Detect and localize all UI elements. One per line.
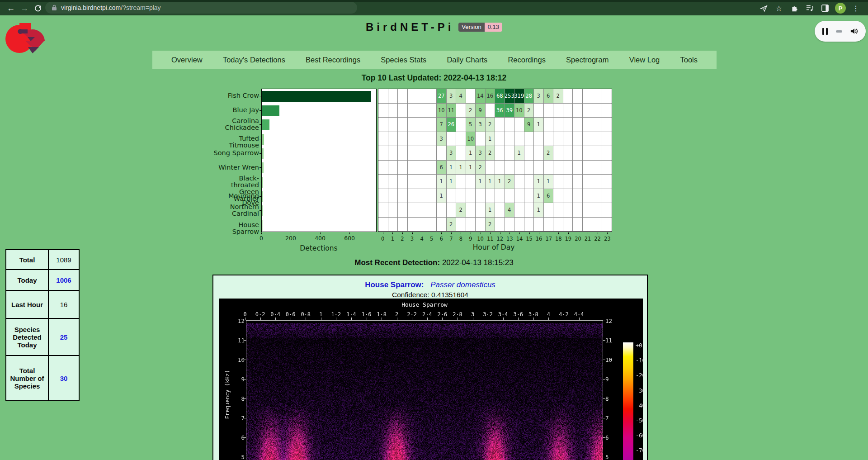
- heatmap-cell: 1: [534, 189, 544, 204]
- pause-button[interactable]: [822, 28, 828, 35]
- volume-icon[interactable]: [850, 28, 858, 35]
- axis-tick: [588, 232, 588, 234]
- heatmap-cell: 6: [437, 161, 447, 175]
- version-value: 0.13: [485, 23, 502, 32]
- extensions-button[interactable]: [787, 2, 802, 14]
- axis-tick: [549, 232, 549, 234]
- detections-bar: [262, 205, 263, 216]
- hour-axis-tick-label: 7: [449, 236, 453, 242]
- heatmap-cell: [427, 203, 437, 218]
- heatmap-cell: [408, 218, 418, 232]
- db-tick-label: -60: [636, 432, 646, 439]
- freq-tick: [603, 457, 605, 457]
- nav-item-spectrogram[interactable]: Spectrogram: [566, 56, 609, 64]
- axis-tick: [432, 232, 432, 234]
- detection-species-link[interactable]: House Sparrow: Passer domesticus: [213, 280, 647, 289]
- time-tick: [533, 318, 534, 320]
- nav-item-daily-charts[interactable]: Daily Charts: [447, 56, 487, 64]
- nav-item-best-recordings[interactable]: Best Recordings: [306, 56, 360, 64]
- most-recent-value: 2022-04-13 18:15:23: [442, 258, 514, 267]
- most-recent-label: Most Recent Detection:: [354, 258, 440, 267]
- heatmap-cell: [573, 89, 583, 104]
- axis-tick: [451, 232, 452, 234]
- heatmap-cell: [388, 161, 398, 175]
- time-tick-label: 0·4: [270, 311, 280, 318]
- heatmap-cell: [544, 203, 554, 218]
- heatmap-cell: [476, 132, 486, 147]
- hour-axis-tick-label: 19: [565, 236, 572, 242]
- heatmap-cell: [398, 218, 408, 232]
- heatmap-cell: [602, 203, 612, 218]
- stats-value[interactable]: 1006: [48, 270, 79, 290]
- heatmap-cell: [427, 132, 437, 147]
- heatmap-cell: [388, 104, 398, 118]
- heatmap-cell: [456, 175, 466, 189]
- heatmap-cell: [378, 132, 388, 147]
- axis-tick: [402, 232, 403, 234]
- heatmap-cell: [514, 132, 524, 147]
- species-label: Song Sparrow: [212, 150, 259, 156]
- forward-button[interactable]: →: [18, 2, 31, 14]
- reload-button[interactable]: [32, 2, 44, 14]
- lock-icon: [52, 5, 57, 11]
- share-button[interactable]: [756, 2, 771, 14]
- profile-button[interactable]: P: [833, 2, 848, 14]
- heatmap-cell: [602, 189, 612, 204]
- species-axis: Fish CrowBlue JayCarolinaChickadeeTufted…: [212, 89, 259, 232]
- heatmap-cell: 3: [476, 118, 486, 132]
- time-tick: [427, 318, 428, 320]
- playlist-extension-button[interactable]: [802, 2, 817, 14]
- heatmap-cell: [388, 203, 398, 218]
- time-tick-label: 4·4: [574, 311, 584, 318]
- axis-tick: [383, 232, 383, 234]
- bookmark-button[interactable]: ☆: [771, 2, 787, 14]
- detections-bar: [262, 162, 264, 173]
- heatmap-cell: 36: [495, 104, 505, 118]
- heatmap-cell: [553, 161, 563, 175]
- back-button[interactable]: ←: [5, 2, 17, 14]
- heatmap-cell: [495, 146, 505, 161]
- heatmap-cell: 3: [447, 89, 457, 104]
- spectrogram-image[interactable]: House Sparrow Frequency (kHz) 00·20·40·6…: [219, 299, 643, 460]
- freq-tick-label-right: 12: [605, 318, 612, 324]
- heatmap-cell: [592, 146, 602, 161]
- heatmap-cell: [563, 203, 573, 218]
- heatmap-cell: 2: [486, 146, 495, 161]
- nav-item-recordings[interactable]: Recordings: [508, 56, 545, 64]
- freq-tick-label-right: 7: [605, 415, 609, 422]
- nav-item-today-s-detections[interactable]: Today's Detections: [223, 56, 285, 64]
- heatmap-cell: [408, 189, 418, 204]
- seek-handle[interactable]: [836, 30, 842, 33]
- address-bar[interactable]: virginia.birdnetpi.com/?stream=play: [45, 2, 357, 14]
- menu-button[interactable]: ⋮: [848, 2, 863, 14]
- heatmap-cell: [583, 89, 593, 104]
- heatmap-cell: [583, 118, 593, 132]
- heatmap-cell: [592, 161, 602, 175]
- axis-tick: [509, 232, 510, 234]
- hour-axis-tick-label: 14: [516, 236, 523, 242]
- stats-row: Today1006: [6, 270, 79, 290]
- heatmap-cell: [378, 175, 388, 189]
- heatmap-cell: [583, 132, 593, 147]
- freq-tick: [244, 437, 246, 438]
- heatmap-cell: [553, 146, 563, 161]
- nav-item-overview[interactable]: Overview: [171, 56, 203, 64]
- detections-bar-plot: [261, 89, 377, 232]
- nav-item-species-stats[interactable]: Species Stats: [381, 56, 426, 64]
- nav-item-view-log[interactable]: View Log: [629, 56, 660, 64]
- stats-value[interactable]: 30: [48, 356, 79, 401]
- heatmap-cell: [427, 175, 437, 189]
- stats-value[interactable]: 25: [48, 318, 79, 356]
- db-tick-label: -40: [636, 403, 646, 409]
- audio-player[interactable]: [815, 21, 866, 42]
- heatmap-cell: [388, 146, 398, 161]
- heatmap-cell: 7: [437, 118, 447, 132]
- heatmap-cell: [514, 203, 524, 218]
- heatmap-cell: 16: [486, 89, 495, 104]
- side-panel-button[interactable]: [817, 2, 833, 14]
- nav-item-tools[interactable]: Tools: [680, 56, 698, 64]
- heatmap-cell: [573, 189, 583, 204]
- time-tick: [473, 318, 473, 320]
- heatmap-cell: [602, 146, 612, 161]
- axis-tick: [259, 225, 261, 225]
